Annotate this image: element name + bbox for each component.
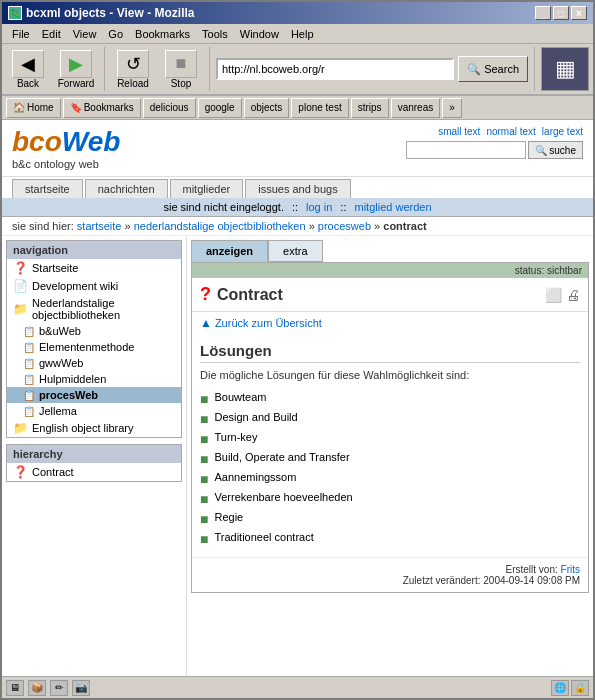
site-header: bcoWeb b&c ontology web small text norma… (2, 120, 593, 177)
toolbar: ◀ Back ▶ Forward ↺ Reload ■ Stop 🔍 Searc… (2, 44, 593, 96)
menu-help[interactable]: Help (285, 26, 320, 42)
question-icon: ❓ (13, 465, 28, 479)
sidebar-item-hulpmiddelen[interactable]: 📋 Hulpmiddelen (7, 371, 181, 387)
solutions-list: ■ Bouwteam ■ Design and Build ■ Turn-key (200, 389, 580, 549)
large-text-link[interactable]: large text (542, 126, 583, 137)
menu-go[interactable]: Go (102, 26, 129, 42)
bullet-icon: ■ (200, 431, 208, 447)
back-button[interactable]: ◀ Back (6, 50, 50, 89)
normal-text-link[interactable]: normal text (486, 126, 535, 137)
bookmark-vanreas[interactable]: vanreas (391, 98, 441, 118)
bookmark-objects[interactable]: objects (244, 98, 290, 118)
sidebar-item-gwwweb[interactable]: 📋 gwwWeb (7, 355, 181, 371)
solution-item-1: ■ Design and Build (200, 409, 580, 429)
close-button[interactable]: × (571, 6, 587, 20)
tab-nachrichten[interactable]: nachrichten (85, 179, 168, 198)
reload-button[interactable]: ↺ Reload (111, 50, 155, 89)
question-icon: ❓ (13, 261, 28, 275)
logo-web: Web (62, 126, 121, 157)
breadcrumb-objectbib[interactable]: nederlandstalige objectbibliotheken (134, 220, 306, 232)
menu-window[interactable]: Window (234, 26, 285, 42)
search-button[interactable]: 🔍 Search (458, 56, 528, 82)
login-separator: :: (292, 201, 298, 213)
creator-link[interactable]: Frits (561, 564, 580, 575)
back-link[interactable]: ▲ Zurück zum Übersicht (192, 312, 588, 334)
login-sep2: :: (340, 201, 346, 213)
page-icon: 📋 (23, 390, 35, 401)
site-search-button[interactable]: 🔍 suche (528, 141, 583, 159)
sidebar-hierarchy-contract[interactable]: ❓ Contract (7, 463, 181, 481)
address-bar: 🔍 Search (216, 56, 528, 82)
sidebar-item-elementenmethode[interactable]: 📋 Elementenmethode (7, 339, 181, 355)
bookmarks-bar: 🏠 Home 🔖 Bookmarks delicious google obje… (2, 96, 593, 120)
become-member-link[interactable]: mitglied werden (354, 201, 431, 213)
bullet-icon: ■ (200, 511, 208, 527)
article-description: Die mögliche Lösungen für diese Wahlmögl… (200, 369, 580, 381)
print-button[interactable]: ▦ (541, 47, 589, 91)
status-right: 🌐 🔒 (551, 680, 589, 696)
print-article-icon[interactable]: 🖨 (566, 287, 580, 303)
menu-edit[interactable]: Edit (36, 26, 67, 42)
breadcrumb: sie sind hier: startseite » nederlandsta… (2, 217, 593, 236)
toolbar-separator2 (209, 47, 210, 91)
sidebar: navigation ❓ Startseite 📄 Development wi… (2, 236, 187, 676)
article-meta: Erstellt von: Frits Zuletzt verändert: 2… (192, 557, 588, 592)
stop-icon: ■ (165, 50, 197, 78)
bookmark-more[interactable]: » (442, 98, 462, 118)
bookmark-bookmarks[interactable]: 🔖 Bookmarks (63, 98, 141, 118)
window-icon: 🦎 (8, 6, 22, 20)
maximize-button[interactable]: □ (553, 6, 569, 20)
bookmark-google[interactable]: google (198, 98, 242, 118)
site-tagline: b&c ontology web (12, 158, 120, 170)
small-text-link[interactable]: small text (438, 126, 480, 137)
address-input[interactable] (216, 58, 454, 80)
login-link[interactable]: log in (306, 201, 332, 213)
menu-file[interactable]: File (6, 26, 36, 42)
search-glass-icon: 🔍 (467, 63, 481, 76)
window-controls[interactable]: _ □ × (535, 6, 587, 20)
solution-item-5: ■ Verrekenbare hoeveelheden (200, 489, 580, 509)
site-logo: bcoWeb (12, 126, 120, 158)
tab-issues-bugs[interactable]: issues and bugs (245, 179, 351, 198)
forward-button[interactable]: ▶ Forward (54, 50, 98, 89)
breadcrumb-startseite[interactable]: startseite (77, 220, 122, 232)
folder-icon: 📄 (13, 279, 28, 293)
tab-startseite[interactable]: startseite (12, 179, 83, 198)
minimize-button[interactable]: _ (535, 6, 551, 20)
breadcrumb-procesweb[interactable]: procesweb (318, 220, 371, 232)
sidebar-item-procesweb[interactable]: 📋 procesWeb (7, 387, 181, 403)
sidebar-item-devwiki[interactable]: 📄 Development wiki (7, 277, 181, 295)
bookmark-home[interactable]: 🏠 Home (6, 98, 61, 118)
edit-icon[interactable]: ⬜ (545, 287, 562, 303)
article-body: Lösungen Die mögliche Lösungen für diese… (192, 334, 588, 557)
tab-mitglieder[interactable]: mitglieder (170, 179, 244, 198)
tab-anzeigen[interactable]: anzeigen (191, 240, 268, 262)
breadcrumb-current: contract (383, 220, 426, 232)
menu-view[interactable]: View (67, 26, 103, 42)
tab-extra[interactable]: extra (268, 240, 322, 262)
sidebar-item-jellema[interactable]: 📋 Jellema (7, 403, 181, 419)
sidebar-item-nl-objectbib[interactable]: 📁 Nederlandstalige objectbibliotheken (7, 295, 181, 323)
sidebar-item-english-lib[interactable]: 📁 English object library (7, 419, 181, 437)
bookmark-plone-test[interactable]: plone test (291, 98, 348, 118)
article-title: Contract (217, 286, 283, 304)
status-icon-0: 🖥 (6, 680, 24, 696)
status-left: 🖥 📦 ✏ 📷 (6, 680, 90, 696)
forward-icon: ▶ (60, 50, 92, 78)
sidebar-item-startseite[interactable]: ❓ Startseite (7, 259, 181, 277)
sidebar-item-buweb[interactable]: 📋 b&uWeb (7, 323, 181, 339)
menu-tools[interactable]: Tools (196, 26, 234, 42)
solution-item-2: ■ Turn-key (200, 429, 580, 449)
hierarchy-title: hierarchy (7, 445, 181, 463)
article-header: ? Contract ⬜ 🖨 (192, 278, 588, 312)
bookmark-delicious[interactable]: delicious (143, 98, 196, 118)
back-arrow-icon: ▲ (200, 316, 212, 330)
menu-bookmarks[interactable]: Bookmarks (129, 26, 196, 42)
hierarchy-section: hierarchy ❓ Contract (6, 444, 182, 482)
network-icon: 🌐 (551, 680, 569, 696)
solution-item-0: ■ Bouwteam (200, 389, 580, 409)
stop-button[interactable]: ■ Stop (159, 50, 203, 89)
article-action-icons: ⬜ 🖨 (545, 287, 580, 303)
bookmark-strips[interactable]: strips (351, 98, 389, 118)
site-search-input[interactable] (406, 141, 526, 159)
